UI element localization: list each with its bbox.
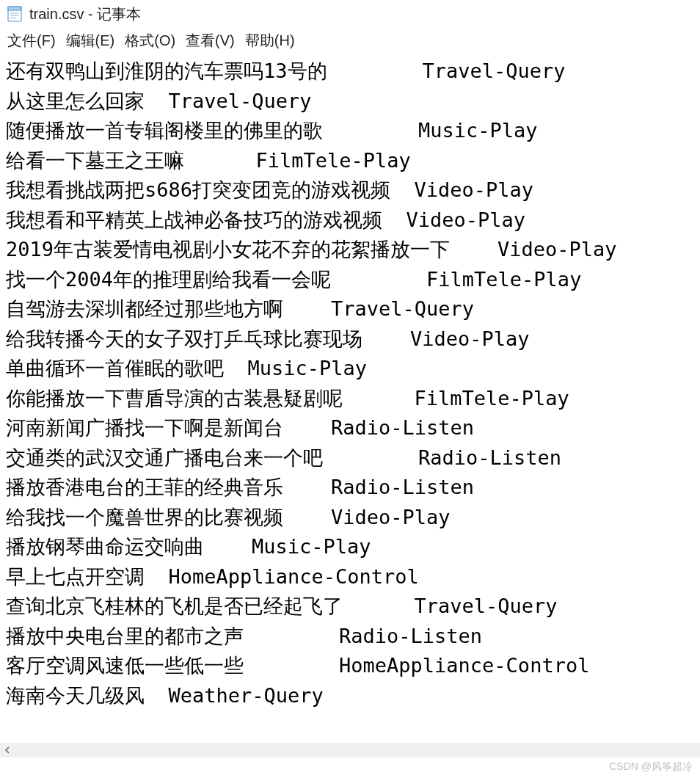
svg-rect-1	[8, 7, 21, 10]
text-line: 2019年古装爱情电视剧小女花不弃的花絮播放一下 Video-Play	[6, 235, 694, 265]
text-line: 还有双鸭山到淮阴的汽车票吗13号的 Travel-Query	[6, 57, 694, 87]
text-line: 你能播放一下曹盾导演的古装悬疑剧呢 FilmTele-Play	[6, 384, 694, 414]
text-line: 找一个2004年的推理剧给我看一会呢 FilmTele-Play	[6, 265, 694, 295]
text-line: 河南新闻广播找一下啊是新闻台 Radio-Listen	[6, 413, 694, 443]
text-content[interactable]: 还有双鸭山到淮阴的汽车票吗13号的 Travel-Query从这里怎么回家 Tr…	[0, 55, 700, 712]
text-line: 我想看和平精英上战神必备技巧的游戏视频 Video-Play	[6, 206, 694, 236]
scroll-left-arrow-icon[interactable]	[0, 743, 15, 757]
title-bar: train.csv - 记事本	[0, 0, 700, 28]
text-line: 早上七点开空调 HomeAppliance-Control	[6, 562, 694, 592]
text-line: 客厅空调风速低一些低一些 HomeAppliance-Control	[6, 651, 694, 681]
text-line: 随便播放一首专辑阁楼里的佛里的歌 Music-Play	[6, 116, 694, 146]
menu-bar: 文件(F) 编辑(E) 格式(O) 查看(V) 帮助(H)	[0, 28, 700, 55]
text-line: 海南今天几级风 Weather-Query	[6, 681, 694, 711]
text-line: 我想看挑战两把s686打突变团竞的游戏视频 Video-Play	[6, 175, 694, 206]
horizontal-scrollbar[interactable]	[0, 743, 700, 757]
text-line: 从这里怎么回家 Travel-Query	[6, 87, 694, 117]
text-line: 单曲循环一首催眠的歌吧 Music-Play	[6, 354, 694, 384]
text-line: 给我找一个魔兽世界的比赛视频 Video-Play	[6, 503, 694, 533]
menu-help[interactable]: 帮助(H)	[245, 31, 295, 51]
text-line: 给我转播今天的女子双打乒乓球比赛现场 Video-Play	[6, 324, 694, 355]
text-line: 查询北京飞桂林的飞机是否已经起飞了 Travel-Query	[6, 592, 694, 622]
menu-edit[interactable]: 编辑(E)	[66, 31, 115, 51]
text-line: 播放香港电台的王菲的经典音乐 Radio-Listen	[6, 473, 694, 503]
text-line: 播放中央电台里的都市之声 Radio-Listen	[6, 622, 694, 652]
text-line: 给看一下墓王之王嘛 FilmTele-Play	[6, 146, 694, 176]
watermark: CSDN @风筝超冷	[609, 760, 693, 774]
text-line: 自驾游去深圳都经过那些地方啊 Travel-Query	[6, 294, 694, 324]
menu-view[interactable]: 查看(V)	[186, 31, 235, 51]
text-line: 播放钢琴曲命运交响曲 Music-Play	[6, 532, 694, 562]
menu-file[interactable]: 文件(F)	[7, 31, 56, 51]
text-line: 交通类的武汉交通广播电台来一个吧 Radio-Listen	[6, 443, 694, 473]
menu-format[interactable]: 格式(O)	[125, 31, 175, 51]
window-title: train.csv - 记事本	[29, 4, 141, 24]
notepad-icon	[6, 5, 23, 23]
